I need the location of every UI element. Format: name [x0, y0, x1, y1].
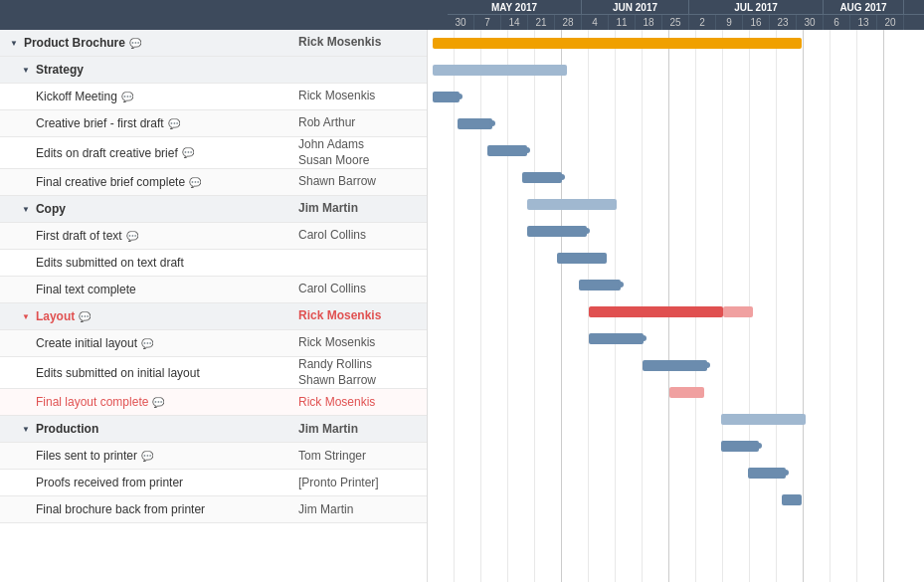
responsible-name: Rick Mosenkis — [298, 89, 428, 104]
grid-column — [589, 30, 616, 582]
task-name-text: Final brochure back from printer — [36, 502, 205, 516]
chat-icon[interactable]: 💬 — [141, 338, 153, 349]
task-name-text: Proofs received from printer — [36, 476, 183, 489]
chat-icon[interactable]: 💬 — [189, 177, 201, 188]
grid-column — [857, 30, 884, 582]
grid-column — [616, 30, 643, 582]
task-name: Final creative brief complete💬 — [0, 175, 298, 189]
gantt-row[interactable]: Final text completeCarol Collins — [0, 277, 427, 303]
gantt-row[interactable]: Final layout complete💬Rick Mosenkis — [0, 389, 427, 416]
task-name: Creative brief - first draft💬 — [0, 116, 298, 130]
weeks-row: 30714212841118252916233061320 — [448, 15, 924, 30]
task-name-text: Final text complete — [36, 283, 136, 296]
gantt-row[interactable]: Kickoff Meeting💬Rick Mosenkis — [0, 84, 427, 110]
months-row: MAY 2017JUN 2017JUL 2017AUG 2017 — [448, 0, 924, 15]
gantt-header: MAY 2017JUN 2017JUL 2017AUG 2017 3071421… — [0, 0, 924, 30]
task-name-text: Product Brochure — [24, 36, 125, 50]
grid-column — [750, 30, 777, 582]
task-name: Final layout complete💬 — [0, 395, 298, 409]
gantt-row[interactable]: Edits submitted on text draft — [0, 250, 427, 277]
gantt-row[interactable]: Proofs received from printer[Pronto Prin… — [0, 470, 427, 496]
responsible-name: Rick Mosenkis — [298, 308, 428, 324]
task-name-text: Final layout complete — [36, 395, 148, 409]
task-name: ▼Strategy — [0, 63, 298, 77]
gantt-row[interactable]: ▼CopyJim Martin — [0, 196, 427, 223]
gantt-row[interactable]: ▼Product Brochure💬Rick Mosenkis — [0, 30, 427, 57]
gantt-row[interactable]: Final creative brief complete💬Shawn Barr… — [0, 169, 427, 196]
grid-column — [428, 30, 455, 582]
gantt-body: ▼Product Brochure💬Rick Mosenkis▼Strategy… — [0, 30, 924, 582]
week-cell: 6 — [824, 15, 850, 30]
chat-icon[interactable]: 💬 — [141, 451, 153, 462]
chat-icon[interactable]: 💬 — [79, 311, 91, 322]
responsible-name: Shawn Barrow — [298, 174, 428, 190]
gantt-chart: MAY 2017JUN 2017JUL 2017AUG 2017 3071421… — [0, 0, 924, 582]
chat-icon[interactable]: 💬 — [168, 118, 180, 129]
chat-icon[interactable]: 💬 — [129, 38, 141, 49]
months-header: MAY 2017JUN 2017JUL 2017AUG 2017 3071421… — [448, 0, 924, 30]
week-cell: 7 — [474, 15, 501, 30]
month-cell: JUL 2017 — [689, 0, 824, 14]
gantt-row[interactable]: ▼Layout💬Rick Mosenkis — [0, 303, 427, 330]
grid-column — [804, 30, 831, 582]
week-cell: 25 — [662, 15, 689, 30]
grid-column — [481, 30, 508, 582]
week-cell: 28 — [555, 15, 582, 30]
responsible-name: Rick Mosenkis — [298, 35, 428, 51]
task-name: Proofs received from printer — [0, 476, 298, 489]
responsible-name: Jim Martin — [298, 502, 428, 518]
responsible-name: Jim Martin — [298, 422, 428, 438]
task-name-text: Final creative brief complete — [36, 175, 185, 189]
responsible-name: [Pronto Printer] — [298, 476, 428, 491]
responsible-name: Carol Collins — [298, 228, 428, 244]
chat-icon[interactable]: 💬 — [121, 92, 133, 102]
chat-icon[interactable]: 💬 — [126, 231, 138, 242]
task-name-text: Edits on draft creative brief — [36, 146, 178, 160]
responsible-name: Carol Collins — [298, 282, 428, 297]
expand-triangle[interactable]: ▼ — [22, 205, 30, 214]
gantt-row[interactable]: Edits submitted on initial layoutRandy R… — [0, 357, 427, 389]
expand-triangle[interactable]: ▼ — [22, 312, 30, 321]
week-cell: 4 — [582, 15, 609, 30]
grid-column — [455, 30, 481, 582]
month-cell: JUN 2017 — [582, 0, 689, 14]
grid-column — [562, 30, 589, 582]
gantt-row[interactable]: First draft of text💬Carol Collins — [0, 223, 427, 250]
responsible-name: Randy Rollins Shawn Barrow — [298, 357, 428, 388]
task-name-text: Create initial layout — [36, 336, 137, 350]
task-name-text: Edits submitted on initial layout — [36, 366, 200, 380]
responsible-name: Rob Arthur — [298, 115, 428, 131]
gantt-row[interactable]: Create initial layout💬Rick Mosenkis — [0, 330, 427, 357]
week-cell: 30 — [797, 15, 824, 30]
gantt-row[interactable]: Creative brief - first draft💬Rob Arthur — [0, 110, 427, 137]
week-cell: 18 — [636, 15, 662, 30]
week-cell: 2 — [689, 15, 716, 30]
week-cell: 21 — [528, 15, 555, 30]
expand-triangle[interactable]: ▼ — [22, 66, 30, 75]
task-name: ▼Layout💬 — [0, 309, 298, 323]
chat-icon[interactable]: 💬 — [182, 147, 194, 158]
week-cell: 30 — [448, 15, 474, 30]
week-cell: 23 — [770, 15, 797, 30]
week-cell: 14 — [501, 15, 528, 30]
week-cell: 16 — [743, 15, 770, 30]
gantt-row[interactable]: ▼Strategy — [0, 57, 427, 84]
task-name-text: Files sent to printer — [36, 449, 137, 463]
month-cell: AUG 2017 — [824, 0, 904, 14]
grid-column — [777, 30, 804, 582]
week-cell: 13 — [850, 15, 877, 30]
expand-triangle[interactable]: ▼ — [10, 39, 18, 48]
gantt-row[interactable]: Edits on draft creative brief💬John Adams… — [0, 137, 427, 169]
grid-column — [696, 30, 723, 582]
responsible-name: Jim Martin — [298, 201, 428, 217]
gantt-row[interactable]: ▼ProductionJim Martin — [0, 416, 427, 443]
chat-icon[interactable]: 💬 — [152, 397, 164, 408]
task-name-text: First draft of text — [36, 229, 122, 243]
expand-triangle[interactable]: ▼ — [22, 425, 30, 434]
task-name: Edits on draft creative brief💬 — [0, 146, 298, 160]
gantt-row[interactable]: Final brochure back from printerJim Mart… — [0, 496, 427, 523]
gantt-row[interactable]: Files sent to printer💬Tom Stringer — [0, 443, 427, 470]
task-name-text: Creative brief - first draft — [36, 116, 164, 130]
task-name-text: Strategy — [36, 63, 84, 77]
task-name-text: Edits submitted on text draft — [36, 256, 184, 270]
